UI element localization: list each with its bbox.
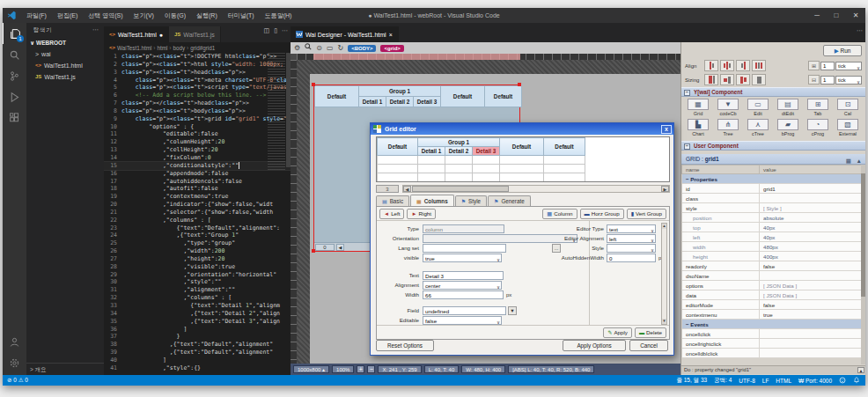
wai-port[interactable]: ₩ Port: 4000 [798,378,832,384]
property-value[interactable] [760,349,862,358]
collapse-icon[interactable]: − [684,90,690,96]
grid-column-header[interactable]: Default [485,86,522,107]
history-up-icon[interactable]: ▲ [857,367,864,373]
add-horz-group-button[interactable]: ▬Horz Group [580,209,624,219]
code-line[interactable]: 37 } [104,333,291,341]
scroll-left-icon[interactable]: ◀ [403,186,411,192]
field-style-select[interactable]: ∨ [607,244,656,253]
grid-column-header[interactable]: Detail 1 [418,147,445,156]
palette-item-tree[interactable]: ⋔Tree [713,119,743,139]
grid-body-cell[interactable] [378,165,418,173]
selection-handle-bl[interactable] [312,249,315,253]
grid-tag-pill[interactable]: <grid> [380,45,403,52]
snap-grid-icon[interactable]: ⊞ [808,61,820,70]
grid-column-header[interactable]: Default [500,138,544,156]
language-mode[interactable]: HTML [776,378,791,384]
code-line[interactable]: 11 "editable":false [104,130,291,138]
code-line[interactable]: 24 ,{"text":"Group 1" [104,232,291,239]
property-row-position[interactable]: positionabsolute [682,213,862,223]
designer-frame-icon[interactable]: ▭ [327,42,334,54]
align-unit-select[interactable]: tick∨ [835,62,862,70]
property-value[interactable]: true [760,310,862,320]
grid-column-header[interactable]: Detail 3 [473,147,500,156]
body-tag-pill[interactable]: <BODY> [348,45,376,52]
menu-s[interactable]: 선택 영역(S) [84,10,127,22]
code-line[interactable]: 30 ,"style":"" [104,278,291,286]
code-line[interactable]: 34 ,{"text":"Detail 2","align [104,310,291,318]
property-row-left[interactable]: left40px [682,232,862,242]
grid-column-header[interactable]: Default [378,138,418,156]
indentation[interactable]: 공백: 4 [714,377,732,385]
field-width-input[interactable]: 66 [423,290,504,299]
property-value[interactable]: false [760,300,862,310]
property-row-top[interactable]: top40px [682,223,862,232]
property-row-readonly[interactable]: readonlyfalse [682,261,862,271]
code-line[interactable]: 31 ,"alignment":"" [104,286,291,294]
code-line[interactable]: 5 class="p"><class="t">script type="text… [104,84,291,92]
outline-section[interactable]: > 개요 [26,363,104,374]
breadcrumb-item[interactable]: grid#grid1 [190,45,215,51]
dialog-title-bar[interactable]: Grid editor x [371,123,673,135]
scroll-thumb[interactable] [412,186,509,192]
minimap[interactable] [268,53,285,172]
notifications-bell-icon[interactable] [853,377,860,384]
property-row-width[interactable]: width480px [682,242,862,252]
property-row-editorMode[interactable]: editorModefalse [682,300,862,310]
palette-item-dtedit[interactable]: ▤dtEdit [773,99,803,119]
code-line[interactable]: 41 ,"style":{} [104,364,291,372]
grid-body-cell[interactable] [544,165,585,173]
property-row-oncelldblclick[interactable]: oncelldblclick [682,349,862,358]
apply-options-button[interactable]: Apply Options [563,340,626,351]
property-value[interactable] [760,329,862,339]
menu-g[interactable]: 이동(G) [160,10,190,22]
grid-body-cell[interactable] [378,156,418,165]
palette-item-edit[interactable]: ▭Edit [743,99,773,119]
field-alignment-select[interactable]: center∨ [423,281,502,290]
grid-body-cell[interactable] [445,173,473,182]
code-line[interactable]: 2class="p"><class="t">html style="width:… [104,61,291,69]
property-value[interactable]: false [760,261,862,271]
scroll-left-icon[interactable]: ◀ [336,244,344,251]
property-value[interactable]: 400px [760,252,862,261]
designer-zoom-icon[interactable] [305,42,312,54]
grid-column-header[interactable]: Detail 1 [359,97,386,107]
grid-body-cell[interactable] [445,156,473,165]
menu-t[interactable]: 터미널(T) [224,10,259,22]
property-value[interactable]: grid1 [760,184,862,194]
grid-body-cell[interactable] [544,156,585,165]
code-line[interactable]: 16 ,"appendmode":false [104,170,291,178]
tab-waitest1-html[interactable]: <> WaiTest1.html ● [104,26,169,42]
code-line[interactable]: 13 ,"cellHeight":20 [104,146,291,154]
grid-body-cell[interactable] [418,173,445,182]
panel-scrollbar[interactable] [861,165,865,364]
grid-column-header[interactable]: Default [441,86,485,107]
grid-body-cell[interactable] [378,173,418,182]
menu-r[interactable]: 실행(R) [192,10,222,22]
feedback-icon[interactable] [839,377,846,384]
code-line[interactable]: 12 ,"columnHeight":20 [104,138,291,146]
move-right-button[interactable]: ►Right [407,209,436,219]
reset-options-button[interactable]: Reset Options [376,340,434,351]
property-row-oncellrightclick[interactable]: oncellrightclick [682,339,862,349]
grid-body-cell[interactable] [473,173,500,182]
size-fit-button[interactable] [752,74,766,85]
property-row-id[interactable]: idgrid1 [682,184,862,194]
field-autohiddenwidth-input[interactable]: 0 [607,254,656,262]
explorer-icon[interactable]: 1 [3,23,26,44]
code-line[interactable]: 20 ,"indicator":{"show":false,"widt [104,201,291,209]
field-field-input[interactable]: undefined [423,306,506,315]
code-editor[interactable]: 1class="p"><class="t">!DOCTYPE htmlclass… [104,53,291,375]
selection-handle-tr[interactable] [518,83,521,86]
property-value[interactable] [760,194,862,203]
cursor-position[interactable]: 줄 15, 열 33 [676,377,707,385]
property-row-class[interactable]: class [682,194,862,203]
code-line[interactable]: 14 ,"fixColumn":0 [104,154,291,162]
size-same-height-button[interactable] [720,74,734,85]
code-line[interactable]: 9 class="p"><class="t">grid id="grid1" s… [104,115,291,123]
dropdown-button[interactable]: ▼ [508,306,517,315]
grid-column-header[interactable]: Default [315,86,359,107]
sidebar-item-waitest1-html[interactable]: <>WaiTest1.html [26,60,104,71]
code-line[interactable]: 7class="p"></class="t">headclass="p">> [104,99,291,107]
code-line[interactable]: 6 <!-- Add a script below this line. --> [104,92,291,99]
palette-item-external[interactable]: ▧External [833,119,863,139]
